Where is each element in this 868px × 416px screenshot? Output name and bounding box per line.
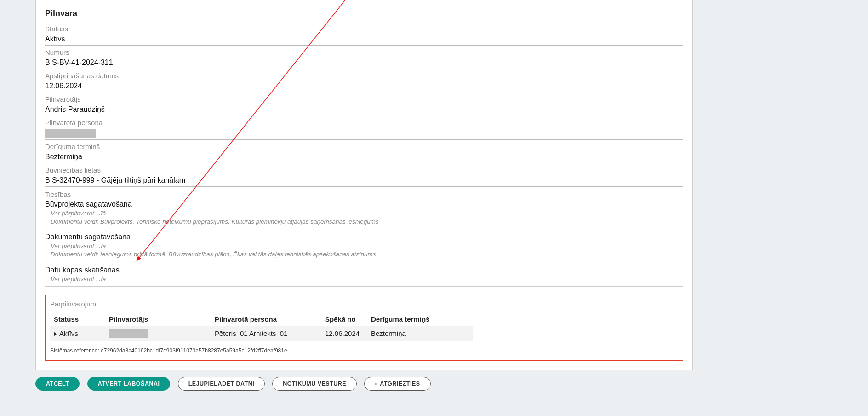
field-cases-label: Būvniecības lietas: [45, 166, 683, 174]
open-edit-button[interactable]: Atvērt labošanai: [87, 377, 171, 391]
sub-auth-table: Statuss Pilnvarotājs Pilnvarotā persona …: [50, 312, 473, 341]
field-status: Statuss Aktīvs: [45, 25, 683, 46]
cell-from: 12.06.2024: [321, 326, 367, 341]
right-sub: Dokumentu veidi: Būvprojekts, Tehnisko n…: [51, 218, 683, 226]
right-sub: Var pārpilnvarot : Jā: [51, 242, 683, 250]
field-grantee-label: Pilnvarotā persona: [45, 119, 683, 127]
col-grantor: Pilnvarotājs: [105, 312, 211, 326]
sysref-label: Sistēmas reference:: [50, 347, 99, 354]
field-grantee-value: [45, 127, 683, 140]
cell-grantee: Pēteris_01 Arhitekts_01: [211, 326, 321, 341]
expand-triangle-icon[interactable]: [54, 332, 57, 336]
field-number-label: Numurs: [45, 48, 683, 56]
right-sub: Dokumentu veidi: Iesniegums brīvā formā,…: [51, 250, 683, 259]
cancel-button[interactable]: Atcelt: [35, 377, 80, 391]
right-sub: Var pārpilnvarot : Jā: [51, 275, 683, 283]
redacted-block: [109, 329, 148, 338]
field-grantee: Pilnvarotā persona: [45, 119, 683, 140]
history-button[interactable]: Notikumu vēsture: [272, 377, 357, 391]
field-status-label: Statuss: [45, 25, 683, 33]
sysref-value: e72962da8a40162bc1df7d903f911073a57b8287…: [101, 347, 287, 354]
right-item: Dokumentu sagatavošana Var pārpilnvarot …: [45, 233, 683, 262]
col-from: Spēkā no: [321, 312, 367, 326]
field-status-value: Aktīvs: [45, 34, 683, 46]
right-title: Dokumentu sagatavošana: [45, 233, 683, 241]
field-approval-label: Apstiprināšanas datums: [45, 72, 683, 80]
right-title: Būvprojekta sagatavošana: [45, 200, 683, 208]
right-title: Datu kopas skatīšanās: [45, 266, 683, 274]
cell-status-text: Aktīvs: [59, 329, 78, 337]
field-grantor-value: Andris Paraudziņš: [45, 104, 683, 116]
rights-label: Tiesības: [45, 191, 683, 198]
page-title: Pilnvara: [45, 9, 683, 18]
field-number: Numurs BIS-BV-41-2024-311: [45, 48, 683, 69]
sub-auth-title: Pārpilnvarojumi: [50, 300, 678, 308]
back-button[interactable]: « Atgriezties: [364, 377, 430, 391]
field-cases-value: BIS-32470-999 - Gājēja tiltiņš pāri kanā…: [45, 175, 683, 187]
sub-authorizations-panel: Pārpilnvarojumi Statuss Pilnvarotājs Pil…: [45, 295, 683, 361]
field-approval-date: Apstiprināšanas datums 12.06.2024: [45, 72, 683, 92]
cell-grantor: [105, 326, 211, 341]
table-row[interactable]: Aktīvs Pēteris_01 Arhitekts_01 12.06.202…: [50, 326, 473, 341]
field-validity-value: Beztermiņa: [45, 151, 683, 163]
right-item: Būvprojekta sagatavošana Var pārpilnvaro…: [45, 200, 683, 229]
redacted-block: [45, 129, 96, 138]
field-number-value: BIS-BV-41-2024-311: [45, 57, 683, 69]
authorization-card: Pilnvara Statuss Aktīvs Numurs BIS-BV-41…: [35, 0, 693, 370]
field-grantor-label: Pilnvarotājs: [45, 95, 683, 103]
action-button-row: Atcelt Atvērt labošanai Lejupielādēt dat…: [35, 377, 693, 391]
table-header-row: Statuss Pilnvarotājs Pilnvarotā persona …: [50, 312, 473, 326]
col-grantee: Pilnvarotā persona: [211, 312, 321, 326]
field-approval-value: 12.06.2024: [45, 81, 683, 92]
system-reference: Sistēmas reference: e72962da8a40162bc1df…: [50, 347, 678, 354]
field-validity: Derīguma termiņš Beztermiņa: [45, 143, 683, 163]
field-validity-label: Derīguma termiņš: [45, 143, 683, 150]
field-grantor: Pilnvarotājs Andris Paraudziņš: [45, 95, 683, 116]
cell-status: Aktīvs: [50, 326, 105, 341]
col-term: Derīguma termiņš: [367, 312, 473, 326]
field-cases: Būvniecības lietas BIS-32470-999 - Gājēj…: [45, 166, 683, 187]
col-status: Statuss: [50, 312, 105, 326]
download-button[interactable]: Lejupielādēt datni: [178, 377, 265, 391]
right-item: Datu kopas skatīšanās Var pārpilnvarot :…: [45, 266, 683, 287]
right-sub: Var pārpilnvarot : Jā: [51, 209, 683, 218]
cell-term: Beztermiņa: [367, 326, 473, 341]
